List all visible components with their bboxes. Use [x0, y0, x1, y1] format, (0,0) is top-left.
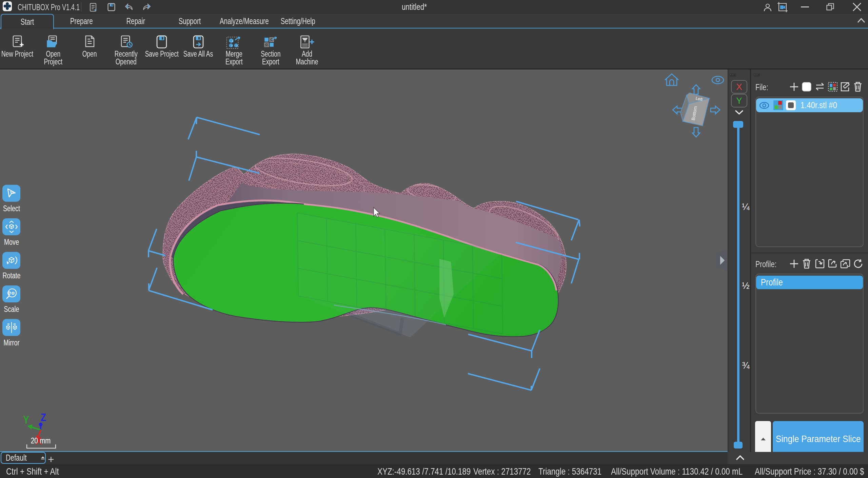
svg-text:Z: Z	[41, 412, 46, 423]
svg-text:20 mm: 20 mm	[31, 436, 51, 445]
svg-text:Y: Y	[23, 414, 29, 425]
